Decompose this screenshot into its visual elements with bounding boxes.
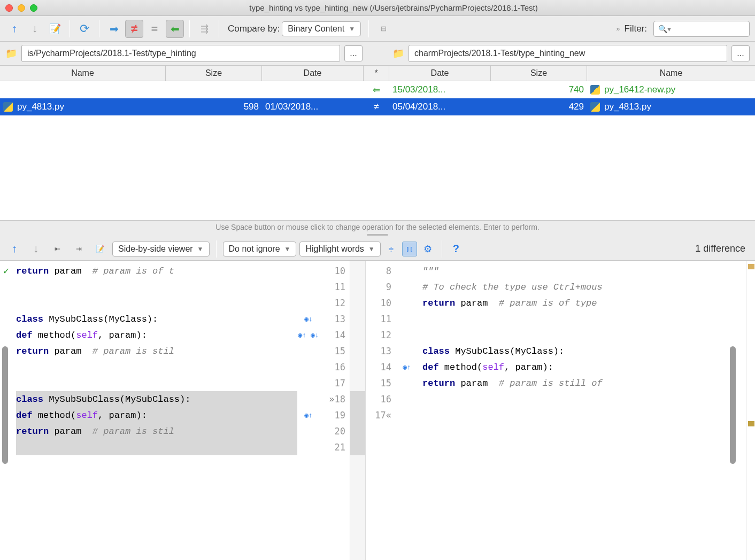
code-line: def method(self, param): [422,359,746,375]
not-equal-button[interactable]: ≠ [125,20,143,38]
search-icon: 🔍▾ [658,25,671,33]
code-line: class MySubClass(MyClass): [422,343,746,359]
code-line [422,327,746,343]
left-scrollbar-thumb[interactable] [2,346,8,464]
filter-label: Filter: [625,24,648,34]
expand-button[interactable]: ⊟ [374,20,392,38]
separator [219,20,219,37]
table-row[interactable]: py_4813.py59801/03/2018...≠05/04/2018...… [0,98,755,115]
highlight-mode-dropdown[interactable]: Highlight words ▼ [299,242,380,256]
col-size-left[interactable]: Size [166,66,262,81]
view-mode-dropdown[interactable]: Side-by-side viewer ▼ [112,242,210,256]
refresh-button[interactable]: ⟳ [75,20,94,38]
col-name-right[interactable]: Name [587,66,755,81]
minimap-marker [748,264,754,269]
chevron-down-icon: ▼ [349,25,355,33]
next-diff-button[interactable]: ↓ [27,240,45,258]
down-arrow-button[interactable]: ↓ [26,20,44,38]
file-size: 740 [569,84,584,95]
settings-button[interactable]: ⚙ [420,242,435,256]
right-browse-button[interactable]: ... [731,45,750,61]
arrow-right-icon: ➡ [110,22,119,35]
op-icon: ⇐ [373,84,380,96]
jump-left-icon: ⇤ [55,245,60,253]
code-line [16,439,297,455]
left-diff-pane[interactable]: ✓ return param # param is of tclass MySu… [0,261,297,560]
code-line [422,311,746,327]
jump-right-button[interactable]: ⇥ [70,240,88,258]
code-line [422,391,746,407]
equal-button[interactable]: = [145,20,164,38]
right-line-numbers: 891011121314151617 « [366,261,396,560]
minimap[interactable] [746,261,755,560]
gear-icon: ⚙ [423,243,432,255]
left-arrow-button[interactable]: ⬅ [166,20,184,38]
file-name: py_4813.py [604,102,651,112]
code-line [16,375,297,391]
equal-icon: = [151,22,158,36]
separator [216,240,217,258]
code-line: return param # param is stil [16,343,297,359]
compare-toolbar: ↑ ↓ 📝 ⟳ ➡ ≠ = ⬅ ⇶ Compare by: Binary Con… [0,16,755,42]
right-scrollbar-thumb[interactable] [730,346,736,464]
diff-count-label: 1 difference [695,243,745,254]
separator [442,240,442,258]
sync-scroll-button[interactable]: ⫿⫿ [402,242,417,256]
collapse-unchanged-button[interactable]: ≑ [384,242,399,256]
col-date-left[interactable]: Date [262,66,364,81]
window-title: type_hinting vs type_hinting_new (/Users… [37,3,750,12]
table-row[interactable]: ⇐15/03/2018...740py_16412-new.py [0,81,755,98]
hint-text: Use Space button or mouse click to chang… [0,220,755,233]
col-name-left[interactable]: Name [0,66,166,81]
diff-divider [350,261,366,560]
arrow-left-icon: ⬅ [171,22,180,35]
help-button[interactable]: ? [449,242,464,256]
close-window-button[interactable] [5,4,13,12]
jump-left-button[interactable]: ⇤ [48,240,66,258]
file-name: py_16412-new.py [604,84,675,95]
left-path-input[interactable]: is/PycharmProjects/2018.1-Test/type_hint… [21,45,340,62]
separator [70,20,70,37]
separator [189,20,190,37]
code-line [422,407,746,423]
right-diff-pane[interactable]: """ # To check the type use Ctrl+mous re… [418,261,746,560]
filter-input[interactable]: 🔍▾ [653,21,750,37]
op-icon: ≠ [374,102,379,112]
expand-icon: ⊟ [381,25,387,33]
right-path-input[interactable]: charmProjects/2018.1-Test/type_hinting_n… [409,45,727,62]
view-mode-value: Side-by-side viewer [118,244,193,254]
code-line: """ [422,263,746,279]
code-line: def method(self, param): [16,407,297,423]
file-date: 05/04/2018... [392,102,445,112]
compare-mode-dropdown[interactable]: Binary Content ▼ [282,21,361,36]
up-arrow-button[interactable]: ↑ [5,20,24,38]
prev-diff-button[interactable]: ↑ [5,240,24,258]
arrow-up-icon: ↑ [12,22,17,35]
compare-by-label: Compare by: [228,24,280,34]
titlebar: type_hinting vs type_hinting_new (/Users… [0,0,755,16]
right-arrow-button[interactable]: ➡ [105,20,123,38]
merge-button[interactable]: ⇶ [195,20,213,38]
edit-button[interactable]: 📝 [46,20,64,38]
col-date-right[interactable]: Date [389,66,491,81]
edit-source-button[interactable]: 📝 [91,240,109,258]
left-browse-button[interactable]: ... [344,45,363,61]
not-equal-icon: ≠ [131,22,137,36]
chevron-down-icon: ▼ [368,245,375,253]
zoom-window-button[interactable] [30,4,37,12]
separator [99,20,99,37]
minimap-marker [748,421,754,426]
col-op[interactable]: * [364,66,389,81]
ignore-mode-dropdown[interactable]: Do not ignore ▼ [223,242,297,256]
chevron-down-icon: ▼ [284,245,291,253]
col-size-right[interactable]: Size [491,66,587,81]
splitter-handle[interactable] [0,233,755,237]
folder-icon: 📁 [5,48,17,59]
code-line [16,279,297,295]
code-line: return param # param is stil [16,423,297,439]
check-icon: ✓ [3,265,9,277]
grabber-icon [367,234,388,236]
minimize-window-button[interactable] [18,4,25,12]
file-date: 01/03/2018... [265,102,318,112]
code-line: return param # param is of type [422,295,746,311]
